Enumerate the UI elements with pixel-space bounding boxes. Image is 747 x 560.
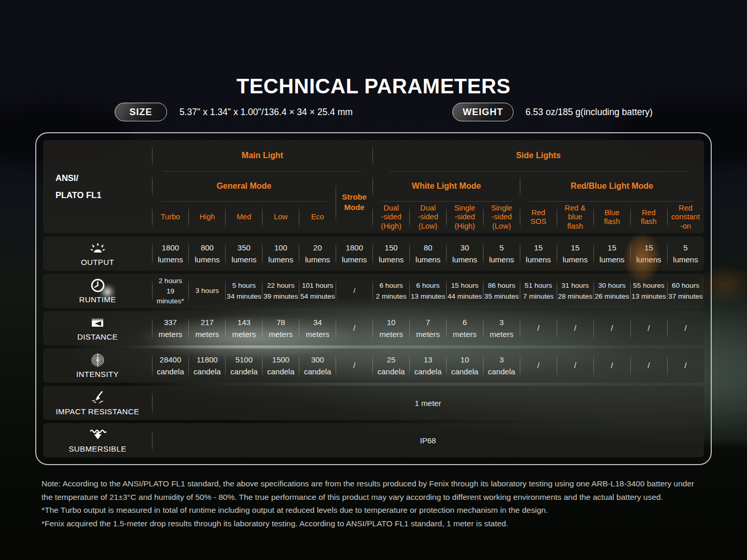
value-cell: 31 hours28 minutes	[557, 274, 593, 308]
value-cell-impact: 1 meter	[152, 386, 704, 420]
value-cell: 150lumens	[373, 236, 410, 271]
value-cell: /	[557, 348, 593, 383]
note-paragraph: *Fenix acquired the 1.5-meter drop resul…	[42, 517, 708, 530]
group-header-general-mode: General Mode	[152, 171, 336, 201]
column-header-single-sided-high: Single-sided(High)	[446, 201, 483, 233]
column-header-red-flash: Redflash	[630, 201, 667, 233]
value-cell: 350lumens	[226, 236, 262, 271]
column-header-red-blue-flash: Red &blueflash	[557, 201, 593, 233]
value-cell: 143meters	[226, 311, 262, 345]
value-cell: /	[336, 274, 373, 308]
column-header-red-sos: RedSOS	[520, 201, 557, 233]
value-cell: 217meters	[189, 311, 226, 345]
value-cell: 3 hours	[189, 274, 226, 308]
value-cell: 30 hours26 minutes	[593, 274, 630, 308]
column-header-single-sided-low: Single-sided(Low)	[483, 201, 520, 233]
waves-icon	[89, 427, 106, 442]
group-header-white-light-mode: White Light Mode	[373, 171, 520, 201]
value-cell: /	[557, 311, 593, 345]
column-header-turbo: Turbo	[152, 201, 189, 233]
value-cell: 2 hours19 minutes*	[152, 274, 189, 308]
value-cell: 22 hours39 minutes	[262, 274, 299, 308]
value-cell: 5100candela	[226, 348, 262, 383]
row-label-runtime: RUNTIME	[43, 274, 152, 308]
table-body: OUTPUT1800lumens800lumens350lumens100lum…	[43, 236, 704, 457]
footnotes: Note: According to the ANSI/PLATO FL1 st…	[42, 477, 708, 530]
standard-line-2: PLATO FL1	[56, 187, 152, 204]
value-cell: 34meters	[299, 311, 336, 345]
size-value: 5.37" x 1.34" x 1.00"/136.4 × 34 × 25.4 …	[179, 103, 353, 121]
value-cell: 337meters	[152, 311, 189, 345]
row-label-submersible: SUBMERSIBLE	[43, 423, 152, 457]
column-header-high: High	[189, 201, 226, 233]
value-cell: /	[336, 311, 373, 345]
value-cell: 15 hours44 minutes	[446, 274, 483, 308]
group-header-red-blue-light-mode: Red/Blue Light Mode	[520, 171, 704, 201]
value-cell: /	[520, 348, 557, 383]
weight-badge: WEIGHT	[452, 103, 514, 121]
row-label-distance: DISTANCE	[43, 311, 152, 345]
value-cell: /	[630, 311, 667, 345]
value-cell: 5lumens	[667, 236, 704, 271]
group-header-strobe-mode: Strobe Mode	[336, 171, 373, 233]
standard-line-1: ANSI/	[56, 170, 152, 187]
row-label-impact: IMPACT RESISTANCE	[43, 386, 152, 420]
value-cell: 3candela	[483, 348, 520, 383]
value-cell: 7meters	[410, 311, 447, 345]
table-row-output: OUTPUT1800lumens800lumens350lumens100lum…	[43, 236, 704, 271]
value-cell: /	[630, 348, 667, 383]
column-header-red-constant-on: Redconstant-on	[667, 201, 704, 233]
table-row-submersible: SUBMERSIBLEIP68	[43, 423, 704, 457]
value-cell: /	[667, 311, 704, 345]
row-label-intensity: INTENSITY	[43, 348, 152, 383]
value-cell: 1500candela	[262, 348, 299, 383]
value-cell: 78meters	[262, 311, 299, 345]
size-badge: SIZE	[115, 103, 167, 121]
value-cell: 6 hours2 minutes	[373, 274, 410, 308]
weight-value: 6.53 oz/185 g(including battery)	[525, 103, 653, 121]
value-cell: /	[593, 348, 630, 383]
value-cell: 28400candela	[152, 348, 189, 383]
value-cell: 25candela	[373, 348, 410, 383]
group-header-side-lights: Side Lights	[373, 140, 704, 171]
value-cell: 15lumens	[557, 236, 593, 271]
table-header: ANSI/ PLATO FL1 Main Light Side Lights G…	[43, 140, 704, 233]
note-paragraph: Note: According to the ANSI/PLATO FL1 st…	[42, 477, 708, 503]
value-cell-submersible: IP68	[152, 423, 704, 457]
value-cell: 86 hours35 minutes	[483, 274, 520, 308]
value-cell: 10meters	[373, 311, 410, 345]
column-header-dual-sided-low: Dual-sided(Low)	[410, 201, 447, 233]
value-cell: 30lumens	[446, 236, 483, 271]
value-cell: 15lumens	[593, 236, 630, 271]
value-cell: 5lumens	[483, 236, 520, 271]
value-cell: 10candela	[446, 348, 483, 383]
table-row-distance: DISTANCE337meters217meters143meters78met…	[43, 311, 704, 345]
value-cell: 11800candela	[189, 348, 226, 383]
value-cell: 100lumens	[262, 236, 299, 271]
column-header-blue-flash: Blueflash	[593, 201, 630, 233]
value-cell: 1800lumens	[152, 236, 189, 271]
distance-icon	[90, 315, 105, 330]
light-output-icon	[90, 241, 106, 255]
value-cell: 60 hours37 minutes	[667, 274, 704, 308]
page-title: TECHNICAL PARAMETERS	[0, 75, 747, 98]
value-cell: /	[520, 311, 557, 345]
row-label-output: OUTPUT	[43, 236, 152, 271]
value-cell: 20lumens	[299, 236, 336, 271]
spec-table: ANSI/ PLATO FL1 Main Light Side Lights G…	[35, 132, 712, 465]
value-cell: /	[336, 348, 373, 383]
value-cell: 55 houres13 minutes	[630, 274, 667, 308]
value-cell: 300candela	[299, 348, 336, 383]
impact-icon	[91, 390, 104, 404]
value-cell: 101 hours54 minutes	[299, 274, 336, 308]
group-header-main-light: Main Light	[152, 140, 373, 171]
table-row-intensity: INTENSITY28400candela11800candela5100can…	[43, 348, 704, 383]
size-weight-bar: SIZE 5.37" x 1.34" x 1.00"/136.4 × 34 × …	[0, 103, 747, 122]
value-cell: 15lumens	[630, 236, 667, 271]
intensity-icon	[91, 353, 105, 367]
value-cell: /	[593, 311, 630, 345]
value-cell: 800lumens	[189, 236, 226, 271]
column-header-dual-sided-high: Dual-sided(High)	[373, 201, 410, 233]
value-cell: /	[667, 348, 704, 383]
value-cell: 6meters	[446, 311, 483, 345]
